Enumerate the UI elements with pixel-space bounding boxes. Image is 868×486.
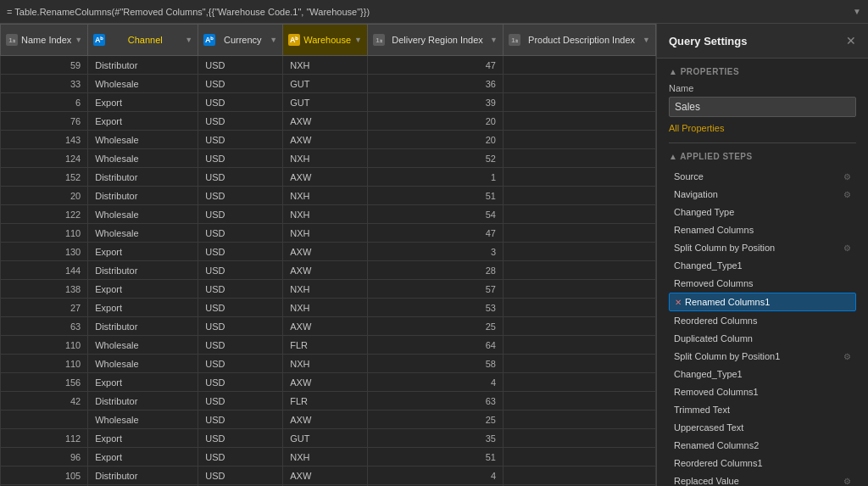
cell-product — [504, 466, 656, 485]
step-item-removed_columns[interactable]: Removed Columns — [669, 275, 856, 292]
step-item-renamed_columns1[interactable]: ✕Renamed Columns1 — [669, 293, 856, 311]
table-row[interactable]: 156ExportUSDAXW4 — [1, 373, 656, 392]
cell-currency: USD — [198, 243, 283, 261]
table-row[interactable]: 59DistributorUSDNXH47 — [1, 56, 656, 75]
table-row[interactable]: 105DistributorUSDAXW4 — [1, 466, 656, 485]
cell-product — [504, 243, 656, 261]
table-row[interactable]: 110WholesaleUSDFLR64 — [1, 336, 656, 355]
step-name-split_column_position: Split Column by Position — [674, 243, 843, 253]
table-row[interactable]: 63DistributorUSDAXW25 — [1, 317, 656, 336]
step-error-icon: ✕ — [675, 298, 682, 307]
cell-currency: USD — [198, 336, 283, 355]
step-item-renamed_columns2[interactable]: Renamed Columns2 — [669, 437, 856, 454]
step-item-replaced_value[interactable]: Replaced Value⚙ — [669, 472, 856, 486]
table-row[interactable]: 20DistributorUSDNXH51 — [1, 187, 656, 205]
abc-icon-channel: Aᵇ — [93, 34, 105, 46]
step-item-split_column_position[interactable]: Split Column by Position⚙ — [669, 239, 856, 256]
cell-currency: USD — [198, 429, 283, 448]
cell-currency: USD — [198, 392, 283, 411]
step-item-source[interactable]: Source⚙ — [669, 168, 856, 185]
table-row[interactable]: 143WholesaleUSDAXW20 — [1, 131, 656, 149]
filter-icon-warehouse[interactable]: ▼ — [354, 36, 362, 44]
cell-delivery: 57 — [368, 280, 504, 299]
col-header-name-index[interactable]: 1₂ Name Index ▼ — [1, 25, 88, 56]
table-row[interactable]: 110WholesaleUSDNXH58 — [1, 355, 656, 373]
cell-name_index: 96 — [1, 448, 88, 466]
step-item-removed_columns1[interactable]: Removed Columns1 — [669, 383, 856, 400]
step-name-trimmed_text: Trimmed Text — [674, 405, 851, 415]
step-item-uppercased_text[interactable]: Uppercased Text — [669, 419, 856, 436]
section-divider — [669, 142, 856, 143]
formula-expand-icon[interactable]: ▼ — [853, 7, 861, 16]
name-property-input[interactable] — [669, 97, 856, 117]
table-row[interactable]: 138ExportUSDNXH57 — [1, 280, 656, 299]
filter-icon-channel[interactable]: ▼ — [185, 36, 192, 44]
table-row[interactable]: 130ExportUSDAXW3 — [1, 243, 656, 261]
cell-warehouse: AXW — [283, 112, 368, 131]
step-name-changed_type2: Changed_Type1 — [674, 369, 851, 379]
table-row[interactable]: 124WholesaleUSDNXH52 — [1, 149, 656, 168]
step-gear-icon-source[interactable]: ⚙ — [843, 172, 851, 182]
cell-name_index: 130 — [1, 243, 88, 261]
cell-name_index: 105 — [1, 466, 88, 485]
col-header-product[interactable]: 1₂ Product Description Index ▼ — [504, 25, 656, 56]
table-row[interactable]: 76ExportUSDAXW20 — [1, 112, 656, 131]
col-header-currency[interactable]: Aᵇ Currency ▼ — [198, 25, 283, 56]
step-item-split_column_position1[interactable]: Split Column by Position1⚙ — [669, 348, 856, 365]
cell-name_index: 110 — [1, 224, 88, 243]
table-row[interactable]: WholesaleUSDAXW25 — [1, 411, 656, 429]
table-row[interactable]: 122WholesaleUSDNXH54 — [1, 205, 656, 224]
table-row[interactable]: 112ExportUSDGUT35 — [1, 429, 656, 448]
filter-icon-product[interactable]: ▼ — [643, 36, 650, 44]
filter-icon-name-index[interactable]: ▼ — [75, 36, 82, 44]
cell-channel: Distributor — [88, 317, 198, 336]
step-name-renamed_columns2: Renamed Columns2 — [674, 440, 851, 450]
table-row[interactable]: 42DistributorUSDFLR63 — [1, 392, 656, 411]
step-gear-icon-replaced_value[interactable]: ⚙ — [843, 477, 851, 486]
table-area: 1₂ Name Index ▼ Aᵇ Channel ▼ — [0, 24, 656, 486]
table-row[interactable]: 6ExportUSDGUT39 — [1, 93, 656, 112]
table-row[interactable]: 152DistributorUSDAXW1 — [1, 168, 656, 187]
table-wrapper[interactable]: 1₂ Name Index ▼ Aᵇ Channel ▼ — [0, 24, 656, 486]
cell-product — [504, 280, 656, 299]
cell-warehouse: AXW — [283, 411, 368, 429]
cell-delivery: 20 — [368, 112, 504, 131]
cell-delivery: 51 — [368, 187, 504, 205]
cell-product — [504, 131, 656, 149]
table-row[interactable]: 27ExportUSDNXH53 — [1, 299, 656, 317]
table-row[interactable]: 96ExportUSDNXH51 — [1, 448, 656, 466]
panel-close-button[interactable]: ✕ — [846, 34, 856, 47]
step-gear-icon-navigation[interactable]: ⚙ — [843, 190, 851, 199]
table-row[interactable]: 144DistributorUSDAXW28 — [1, 261, 656, 280]
col-header-delivery[interactable]: 1₂ Delivery Region Index ▼ — [368, 25, 504, 56]
column-headers: 1₂ Name Index ▼ Aᵇ Channel ▼ — [1, 25, 656, 56]
col-header-channel[interactable]: Aᵇ Channel ▼ — [88, 25, 198, 56]
table-row[interactable]: 110WholesaleUSDNXH47 — [1, 224, 656, 243]
filter-icon-currency[interactable]: ▼ — [270, 36, 277, 44]
cell-name_index: 42 — [1, 392, 88, 411]
step-item-changed_type2[interactable]: Changed_Type1 — [669, 366, 856, 383]
step-item-trimmed_text[interactable]: Trimmed Text — [669, 401, 856, 418]
all-properties-link[interactable]: All Properties — [669, 123, 724, 133]
step-item-reordered_columns[interactable]: Reordered Columns — [669, 312, 856, 329]
step-gear-icon-split_column_position1[interactable]: ⚙ — [843, 352, 851, 361]
table-row[interactable]: 33WholesaleUSDGUT36 — [1, 75, 656, 93]
step-item-navigation[interactable]: Navigation⚙ — [669, 186, 856, 203]
cell-warehouse: AXW — [283, 373, 368, 392]
step-item-duplicated_column[interactable]: Duplicated Column — [669, 330, 856, 347]
col-name-currency: Currency — [219, 35, 266, 45]
cell-currency: USD — [198, 448, 283, 466]
num-icon: 1₂ — [6, 34, 18, 46]
panel-body: ▲ PROPERTIES Name All Properties ▲ APPLI… — [657, 59, 868, 486]
filter-icon-delivery[interactable]: ▼ — [490, 36, 498, 44]
step-name-removed_columns: Removed Columns — [674, 278, 851, 288]
step-item-renamed_columns[interactable]: Renamed Columns — [669, 221, 856, 238]
step-item-changed_type[interactable]: Changed Type — [669, 204, 856, 221]
cell-product — [504, 75, 656, 93]
col-header-warehouse[interactable]: Aᵇ Warehouse ▼ — [283, 25, 368, 56]
step-item-reordered_columns1[interactable]: Reordered Columns1 — [669, 455, 856, 472]
step-gear-icon-split_column_position[interactable]: ⚙ — [843, 243, 851, 253]
step-item-changed_type1[interactable]: Changed_Type1 — [669, 257, 856, 274]
steps-list: Source⚙Navigation⚙Changed TypeRenamed Co… — [669, 168, 856, 486]
cell-currency: USD — [198, 411, 283, 429]
